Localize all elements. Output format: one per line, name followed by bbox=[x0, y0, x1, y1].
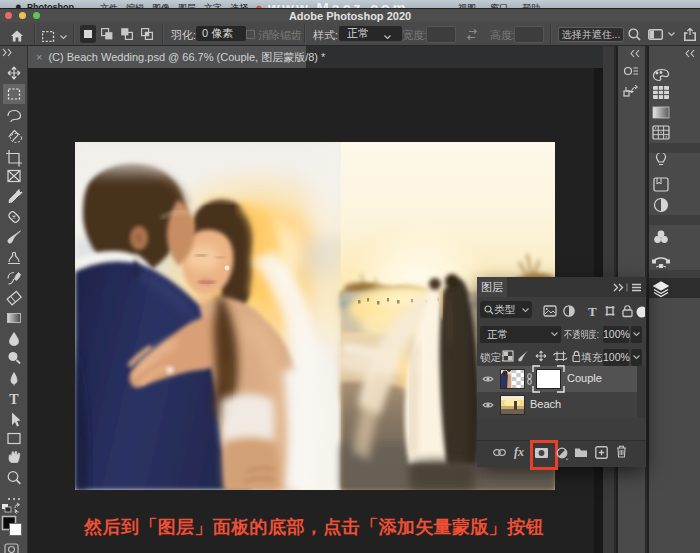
svg-text:T: T bbox=[588, 304, 597, 319]
svg-text:T: T bbox=[9, 392, 19, 407]
